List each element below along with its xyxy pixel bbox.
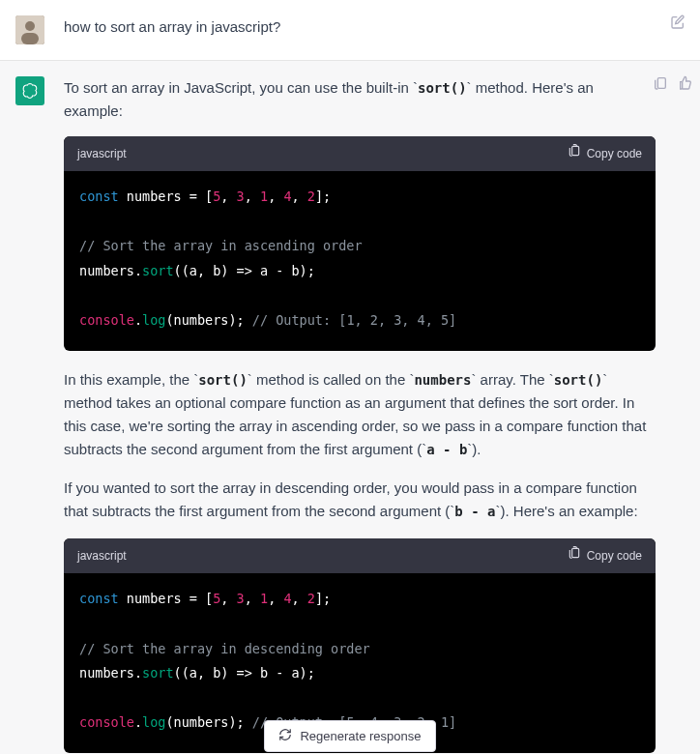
svg-point-1 (25, 21, 35, 31)
copy-icon[interactable] (652, 74, 669, 92)
user-avatar (15, 15, 44, 44)
svg-rect-4 (571, 548, 578, 557)
user-actions (669, 14, 686, 31)
regenerate-label: Regenerate response (300, 729, 421, 743)
thumbs-up-icon[interactable] (677, 74, 694, 92)
copy-code-button[interactable]: Copy code (568, 546, 642, 566)
copy-code-label: Copy code (587, 145, 642, 163)
refresh-icon (278, 728, 292, 744)
intro-prefix: To sort an array in JavaScript, you can … (64, 79, 413, 96)
regenerate-button[interactable]: Regenerate response (264, 720, 435, 752)
assistant-actions (652, 74, 694, 92)
code-lang-label: javascript (77, 547, 127, 566)
intro-inline-code: sort() (418, 80, 467, 96)
user-question-text: how to sort an array in javascript? (64, 18, 280, 35)
explain-paragraph-1: In this example, the `sort()` method is … (64, 368, 656, 461)
explain-paragraph-2: If you wanted to sort the array in desce… (64, 477, 656, 523)
svg-rect-2 (21, 33, 39, 44)
copy-code-label: Copy code (587, 547, 642, 566)
code-lang-label: javascript (77, 145, 127, 163)
edit-icon[interactable] (669, 14, 686, 31)
regenerate-container: Regenerate response (0, 720, 700, 754)
assistant-content: To sort an array in JavaScript, you can … (64, 76, 685, 754)
assistant-message: To sort an array in JavaScript, you can … (0, 60, 700, 754)
intro-paragraph: To sort an array in JavaScript, you can … (64, 76, 656, 123)
code-content-1[interactable]: const numbers = [5, 3, 1, 4, 2]; // Sort… (64, 171, 656, 351)
user-content: how to sort an array in javascript? (64, 15, 685, 44)
clipboard-icon (568, 144, 581, 163)
user-message: how to sort an array in javascript? (0, 0, 700, 60)
assistant-avatar (15, 76, 44, 105)
svg-rect-3 (571, 146, 578, 155)
svg-rect-5 (657, 78, 665, 89)
code-block-1: javascript Copy code const numbers = [5,… (64, 136, 656, 351)
code-header-2: javascript Copy code (64, 538, 656, 573)
clipboard-icon (568, 546, 581, 566)
copy-code-button[interactable]: Copy code (568, 144, 642, 163)
code-header-1: javascript Copy code (64, 136, 656, 171)
